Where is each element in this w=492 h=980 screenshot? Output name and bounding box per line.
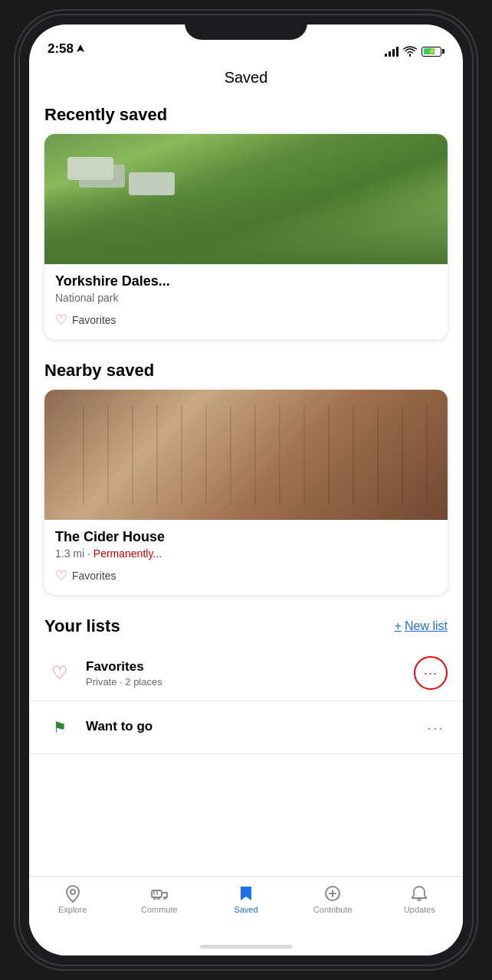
page-header: Saved bbox=[29, 63, 463, 99]
explore-icon bbox=[64, 884, 82, 903]
new-list-button[interactable]: + New list bbox=[395, 619, 448, 633]
battery-icon: ⚡ bbox=[421, 47, 444, 57]
nav-explore[interactable]: Explore bbox=[29, 883, 116, 914]
lists-section-title: Your lists bbox=[44, 616, 120, 636]
yorkshire-subtitle: National park bbox=[55, 292, 437, 304]
favorites-info: Favorites Private · 2 places bbox=[86, 659, 414, 688]
status-time: 2:58 bbox=[48, 41, 84, 57]
favorites-icon: ♡ bbox=[44, 658, 75, 688]
wanttogo-name: Want to go bbox=[86, 719, 424, 734]
svg-point-4 bbox=[163, 897, 166, 900]
nearby-saved-title: Nearby saved bbox=[29, 354, 463, 390]
recently-saved-section: Recently saved Yorkshire Dales... Nation… bbox=[29, 99, 463, 339]
yorkshire-image bbox=[44, 134, 448, 264]
nav-saved[interactable]: Saved bbox=[202, 883, 289, 914]
nav-commute[interactable]: Commute bbox=[116, 883, 202, 914]
nav-saved-label: Saved bbox=[234, 905, 257, 914]
saved-icon bbox=[237, 884, 255, 903]
nav-updates[interactable]: Updates bbox=[376, 883, 463, 914]
wifi-icon bbox=[403, 46, 417, 57]
yorkshire-card-info: Yorkshire Dales... National park ♡ Favor… bbox=[44, 264, 448, 339]
content-area: Saved Recently saved Yorkshire Dales... … bbox=[29, 63, 463, 876]
heart-list-icon: ♡ bbox=[51, 662, 68, 684]
favorites-more-button[interactable]: ··· bbox=[414, 656, 448, 690]
yorkshire-name: Yorkshire Dales... bbox=[55, 273, 437, 289]
ciderhouse-card[interactable]: The Cider House 1.3 mi · Permanently... … bbox=[44, 390, 448, 595]
nav-updates-label: Updates bbox=[404, 905, 435, 914]
your-lists-section: Your lists + New list ♡ Favorites Privat… bbox=[29, 610, 463, 754]
ciderhouse-subtitle: 1.3 mi · Permanently... bbox=[55, 547, 437, 560]
home-bar bbox=[200, 945, 292, 949]
screen: 2:58 bbox=[29, 24, 463, 956]
nav-contribute-label: Contribute bbox=[313, 905, 353, 914]
status-icons: ⚡ bbox=[385, 46, 444, 57]
ciderhouse-list-tag: Favorites bbox=[72, 570, 116, 582]
wanttogo-info: Want to go bbox=[86, 719, 424, 736]
notch bbox=[185, 15, 307, 40]
phone-frame: 2:58 bbox=[20, 15, 472, 965]
favorites-meta: Private · 2 places bbox=[86, 676, 414, 688]
ciderhouse-tag: ♡ Favorites bbox=[55, 567, 437, 584]
wanttogo-more-button[interactable]: ··· bbox=[424, 719, 448, 737]
heart-icon-ciderhouse: ♡ bbox=[55, 567, 67, 584]
wanttogo-list-item[interactable]: ⚑ Want to go ··· bbox=[29, 701, 463, 754]
wanttogo-icon: ⚑ bbox=[44, 712, 75, 743]
svg-point-3 bbox=[157, 897, 159, 900]
ciderhouse-image bbox=[44, 390, 448, 520]
ciderhouse-name: The Cider House bbox=[55, 529, 437, 545]
nav-explore-label: Explore bbox=[58, 905, 87, 914]
favorites-list-item[interactable]: ♡ Favorites Private · 2 places ··· bbox=[29, 645, 463, 701]
bottom-spacer bbox=[29, 754, 463, 769]
bottom-nav: Explore Commute Saved bbox=[29, 876, 463, 937]
lists-header: Your lists + New list bbox=[29, 610, 463, 645]
commute-icon bbox=[150, 884, 169, 903]
contribute-icon bbox=[323, 884, 342, 903]
location-arrow-icon bbox=[77, 44, 84, 54]
yorkshire-list-tag: Favorites bbox=[72, 314, 116, 326]
heart-icon-yorkshire: ♡ bbox=[55, 312, 67, 328]
favorites-name: Favorites bbox=[86, 659, 414, 675]
yorkshire-tag: ♡ Favorites bbox=[55, 312, 437, 328]
home-indicator bbox=[29, 937, 463, 956]
yorkshire-card[interactable]: Yorkshire Dales... National park ♡ Favor… bbox=[44, 134, 448, 339]
ciderhouse-card-info: The Cider House 1.3 mi · Permanently... … bbox=[44, 520, 448, 595]
signal-bars bbox=[385, 47, 399, 57]
flag-list-icon: ⚑ bbox=[53, 718, 67, 737]
nearby-saved-section: Nearby saved The Cider House 1.3 mi · Pe… bbox=[29, 354, 463, 595]
recently-saved-title: Recently saved bbox=[29, 99, 463, 134]
updates-icon bbox=[410, 884, 428, 903]
svg-point-2 bbox=[153, 897, 156, 900]
nav-commute-label: Commute bbox=[141, 905, 178, 914]
page-title: Saved bbox=[225, 69, 268, 86]
svg-point-0 bbox=[71, 890, 75, 894]
nav-contribute[interactable]: Contribute bbox=[290, 883, 376, 914]
